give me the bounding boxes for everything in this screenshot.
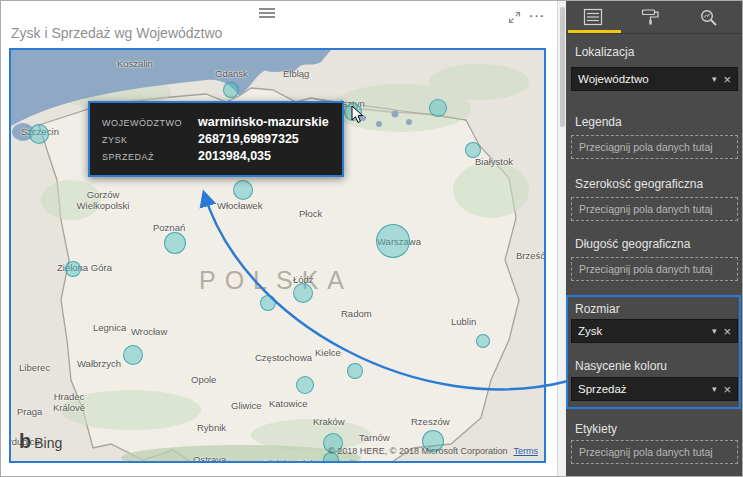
bing-logo-text: Bing <box>34 435 62 451</box>
well-placeholder: Przeciągnij pola danych tutaj <box>579 263 713 275</box>
city-label: Kraków <box>313 416 345 427</box>
city-label: Koszalin <box>117 58 153 69</box>
tooltip-row: SPRZEDAŻ 2013984,035 <box>102 149 330 163</box>
remove-field-icon[interactable]: × <box>723 72 731 87</box>
drag-handle-icon[interactable] <box>259 6 275 20</box>
chevron-down-icon[interactable]: ▾ <box>712 74 717 84</box>
city-label: Kielce <box>315 347 341 358</box>
map-bubble[interactable] <box>29 124 49 144</box>
field-chip-wojewodztwo: Województwo <box>578 73 708 85</box>
well-placeholder: Przeciągnij pola danych tutaj <box>579 141 713 153</box>
map-bubble[interactable] <box>465 142 481 158</box>
bing-logo-mark: b <box>19 430 31 453</box>
map-bubble[interactable] <box>123 345 143 365</box>
remove-field-icon[interactable]: × <box>723 382 731 397</box>
tab-analytics[interactable] <box>699 8 723 28</box>
city-label: Wrocław <box>131 326 167 337</box>
city-label: Rzeszów <box>411 416 450 427</box>
city-label: Gliwice <box>231 400 262 411</box>
map-bubble[interactable] <box>293 283 313 303</box>
field-chip-zysk: Zysk <box>578 325 708 337</box>
city-label: Katowice <box>269 398 308 409</box>
well-placeholder: Przeciągnij pola danych tutaj <box>579 446 713 458</box>
city-label: Brześć <box>516 250 545 261</box>
map-bubble[interactable] <box>223 82 239 98</box>
map-visual[interactable]: POLSKA KoszalinGdańskElblągOlsztynSzczec… <box>9 48 546 463</box>
city-label: Gorzów Wielkopolski <box>71 190 135 212</box>
map-bubble[interactable] <box>429 99 447 117</box>
field-well-legenda[interactable]: Przeciągnij pola danych tutaj <box>571 135 738 159</box>
tooltip-label: ZYSK <box>102 135 198 145</box>
scrollbar-thumb[interactable] <box>560 7 565 127</box>
field-well-lokalizacja[interactable]: Województwo ▾ × <box>571 67 738 91</box>
visual-title: Zysk i Sprzedaż wg Województwo <box>11 25 222 41</box>
tooltip-value: warmińsko-mazurskie <box>198 115 330 129</box>
map-attribution: © 2018 HERE, © 2018 Microsoft Corporatio… <box>328 446 538 456</box>
mouse-cursor-icon <box>351 105 365 129</box>
field-chip-sprzedaz: Sprzedaż <box>578 383 708 395</box>
chevron-down-icon[interactable]: ▾ <box>712 326 717 336</box>
city-label: Płock <box>299 208 322 219</box>
city-label: Radom <box>341 308 372 319</box>
field-well-dlugosc[interactable]: Przeciągnij pola danych tutaj <box>571 257 738 281</box>
map-bubble[interactable] <box>233 180 253 200</box>
country-watermark: POLSKA <box>199 266 353 295</box>
city-label: Poznań <box>153 222 185 233</box>
city-label: Rybnik <box>197 422 226 433</box>
powerbi-report-region: … Zysk i Sprzedaż wg Województwo <box>0 0 743 477</box>
map-bubble[interactable] <box>65 261 81 277</box>
city-label: Włocławek <box>217 200 262 211</box>
field-well-szerokosc[interactable]: Przeciągnij pola danych tutaj <box>571 197 738 221</box>
city-label: Liberec <box>19 362 50 373</box>
section-label-dlugosc: Długość geograficzna <box>575 237 690 251</box>
city-label: Bielsko-Biała <box>263 458 318 463</box>
canvas-scrollbar[interactable] <box>557 1 566 477</box>
more-options-button[interactable]: … <box>528 2 546 22</box>
map-bubble[interactable] <box>476 334 490 348</box>
focus-mode-icon[interactable] <box>508 10 521 28</box>
city-label: Legnica <box>93 322 126 333</box>
tooltip-value: 2013984,035 <box>198 149 330 163</box>
field-well-rozmiar[interactable]: Zysk ▾ × <box>571 319 738 343</box>
city-label: Gdańsk <box>215 68 248 79</box>
city-label: Tarnów <box>359 432 390 443</box>
city-label: Lublin <box>451 316 476 327</box>
map-bubble[interactable] <box>296 376 314 394</box>
map-bubble[interactable] <box>376 224 410 258</box>
well-placeholder: Przeciągnij pola danych tutaj <box>579 203 713 215</box>
pane-tabs <box>566 1 743 34</box>
tooltip-row: WOJEWÓDZTWO warmińsko-mazurskie <box>102 115 330 129</box>
city-label: Hradec Králové <box>43 392 95 414</box>
city-label: Białystok <box>475 156 513 167</box>
tooltip-value: 268719,69897325 <box>198 132 330 146</box>
city-label: Wałbrzych <box>77 358 121 369</box>
active-tab-indicator <box>568 30 621 33</box>
chevron-down-icon[interactable]: ▾ <box>712 384 717 394</box>
tab-format[interactable] <box>641 8 665 28</box>
city-label: Elbląg <box>283 68 309 79</box>
attribution-text: © 2018 HERE, © 2018 Microsoft Corporatio… <box>328 446 507 456</box>
map-tooltip: WOJEWÓDZTWO warmińsko-mazurskie ZYSK 268… <box>88 101 344 177</box>
field-well-etykiety[interactable]: Przeciągnij pola danych tutaj <box>571 440 738 464</box>
map-bubble[interactable] <box>260 295 276 311</box>
tooltip-label: WOJEWÓDZTWO <box>102 118 198 128</box>
section-label-rozmiar: Rozmiar <box>575 302 620 316</box>
tab-fields[interactable] <box>583 8 607 28</box>
section-label-etykiety: Etykiety <box>575 422 617 436</box>
section-label-legenda: Legenda <box>575 115 622 129</box>
section-label-lokalizacja: Lokalizacja <box>575 45 634 59</box>
city-label: Opole <box>191 374 216 385</box>
city-label: Praga <box>17 406 42 417</box>
map-bubble[interactable] <box>164 232 186 254</box>
remove-field-icon[interactable]: × <box>723 324 731 339</box>
section-label-nasycenie: Nasycenie koloru <box>575 359 667 373</box>
tooltip-label: SPRZEDAŻ <box>102 152 198 162</box>
field-well-nasycenie[interactable]: Sprzedaż ▾ × <box>571 377 738 401</box>
terms-link[interactable]: Terms <box>514 446 539 456</box>
map-bubble[interactable] <box>347 363 363 379</box>
city-label: Częstochowa <box>255 352 312 363</box>
visualizations-pane: Lokalizacja Województwo ▾ × Legenda Prze… <box>566 1 743 477</box>
tooltip-row: ZYSK 268719,69897325 <box>102 132 330 146</box>
section-label-szerokosc: Szerokość geograficzna <box>575 177 703 191</box>
bing-logo[interactable]: b Bing <box>19 430 62 453</box>
